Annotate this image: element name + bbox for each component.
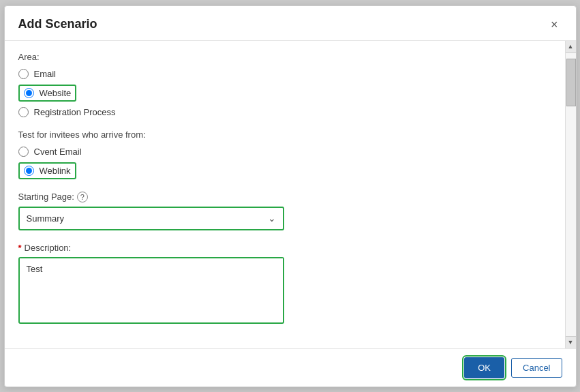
scrollbar-thumb[interactable] [566, 59, 576, 106]
radio-email-label: Email [34, 69, 57, 79]
radio-weblink[interactable] [24, 166, 34, 176]
radio-weblink-label: Weblink [40, 166, 71, 176]
dialog-title: Add Scenario [18, 17, 97, 31]
cancel-button[interactable]: Cancel [511, 358, 562, 378]
scrollbar-track [566, 53, 576, 336]
starting-page-select[interactable]: Summary Home Agenda Speakers [20, 208, 261, 229]
area-radio-group: Email Website Registration Process [18, 69, 551, 117]
radio-cvent-email-label: Cvent Email [34, 147, 82, 157]
required-indicator: * [18, 243, 22, 253]
dialog-header: Add Scenario × [5, 6, 576, 41]
description-textarea-wrapper: Test [18, 257, 284, 324]
radio-item-weblink: Weblink [18, 162, 76, 179]
scrollbar-down-button[interactable]: ▼ [566, 336, 576, 348]
chevron-up-icon: ▲ [568, 43, 574, 50]
chevron-down-icon: ▼ [568, 339, 574, 346]
dialog-overlay: Add Scenario × Area: Email Websi [0, 0, 580, 392]
starting-page-section: Starting Page: ? Summary Home Agenda Spe… [18, 192, 551, 230]
radio-email[interactable] [18, 69, 29, 79]
invitees-label: Test for invitees who arrive from: [18, 130, 551, 140]
description-section: * Description: Test [18, 243, 551, 324]
starting-page-select-wrapper: Summary Home Agenda Speakers ⌄ [18, 207, 284, 230]
radio-cvent-email[interactable] [18, 147, 29, 157]
chevron-down-icon: ⌄ [261, 213, 283, 224]
area-label: Area: [18, 52, 551, 62]
help-icon[interactable]: ? [77, 192, 88, 202]
radio-registration-label: Registration Process [34, 107, 116, 117]
radio-website[interactable] [24, 88, 34, 98]
area-section: Area: Email Website Registration P [18, 52, 551, 117]
radio-website-label: Website [40, 88, 72, 98]
radio-item-website: Website [18, 85, 77, 102]
starting-page-label: Starting Page: ? [18, 192, 551, 202]
scrollbar-up-button[interactable]: ▲ [566, 41, 576, 53]
ok-button[interactable]: OK [464, 357, 504, 378]
description-label: * Description: [18, 243, 551, 253]
radio-item-email: Email [18, 69, 551, 79]
invitees-radio-group: Cvent Email Weblink [18, 147, 551, 179]
dialog-footer: OK Cancel [5, 348, 576, 387]
radio-item-registration: Registration Process [18, 107, 551, 117]
radio-registration[interactable] [18, 107, 29, 117]
invitees-section: Test for invitees who arrive from: Cvent… [18, 130, 551, 179]
scrollbar: ▲ ▼ [565, 41, 576, 348]
close-button[interactable]: × [547, 17, 562, 32]
radio-item-cvent-email: Cvent Email [18, 147, 551, 157]
description-textarea[interactable]: Test [20, 258, 283, 320]
add-scenario-dialog: Add Scenario × Area: Email Websi [4, 5, 577, 387]
dialog-body: Area: Email Website Registration P [5, 41, 565, 348]
